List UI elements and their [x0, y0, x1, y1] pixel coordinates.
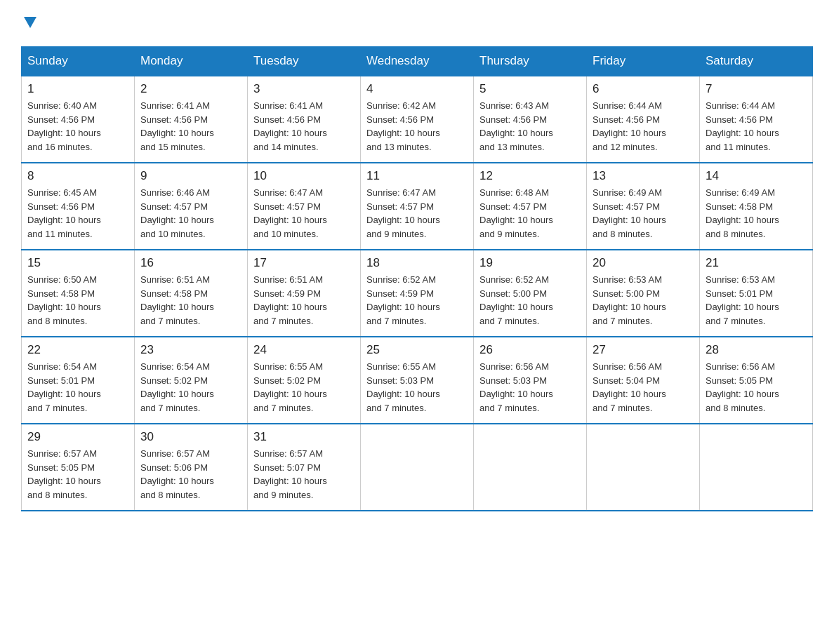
calendar-cell: 3 Sunrise: 6:41 AM Sunset: 4:56 PM Dayli…	[248, 76, 361, 163]
weekday-header-wednesday: Wednesday	[361, 47, 474, 76]
day-info: Sunrise: 6:57 AM Sunset: 5:07 PM Dayligh…	[253, 447, 355, 502]
day-number: 31	[253, 430, 355, 444]
day-info: Sunrise: 6:53 AM Sunset: 5:01 PM Dayligh…	[706, 273, 807, 328]
calendar-week-row: 29 Sunrise: 6:57 AM Sunset: 5:05 PM Dayl…	[22, 424, 813, 511]
day-number: 7	[706, 82, 807, 96]
svg-marker-0	[24, 17, 37, 28]
day-number: 15	[27, 256, 128, 270]
day-info: Sunrise: 6:57 AM Sunset: 5:05 PM Dayligh…	[27, 447, 128, 502]
day-info: Sunrise: 6:48 AM Sunset: 4:57 PM Dayligh…	[479, 186, 581, 241]
day-number: 21	[706, 256, 807, 270]
calendar-cell: 16 Sunrise: 6:51 AM Sunset: 4:58 PM Dayl…	[135, 250, 248, 337]
calendar-cell: 28 Sunrise: 6:56 AM Sunset: 5:05 PM Dayl…	[700, 337, 813, 424]
day-info: Sunrise: 6:56 AM Sunset: 5:04 PM Dayligh…	[593, 360, 694, 415]
calendar-cell: 10 Sunrise: 6:47 AM Sunset: 4:57 PM Dayl…	[248, 163, 361, 250]
page-header	[21, 14, 813, 32]
day-number: 12	[479, 169, 581, 183]
calendar-table: SundayMondayTuesdayWednesdayThursdayFrid…	[21, 46, 813, 511]
day-number: 3	[253, 82, 355, 96]
day-number: 4	[366, 82, 468, 96]
calendar-cell	[587, 424, 700, 511]
day-number: 1	[27, 82, 128, 96]
calendar-cell: 6 Sunrise: 6:44 AM Sunset: 4:56 PM Dayli…	[587, 76, 700, 163]
calendar-cell: 22 Sunrise: 6:54 AM Sunset: 5:01 PM Dayl…	[22, 337, 135, 424]
day-info: Sunrise: 6:53 AM Sunset: 5:00 PM Dayligh…	[593, 273, 694, 328]
day-number: 24	[253, 343, 355, 357]
calendar-cell: 15 Sunrise: 6:50 AM Sunset: 4:58 PM Dayl…	[22, 250, 135, 337]
calendar-cell: 2 Sunrise: 6:41 AM Sunset: 4:56 PM Dayli…	[135, 76, 248, 163]
day-info: Sunrise: 6:54 AM Sunset: 5:01 PM Dayligh…	[27, 360, 128, 415]
weekday-header-tuesday: Tuesday	[248, 47, 361, 76]
calendar-cell	[700, 424, 813, 511]
calendar-cell: 21 Sunrise: 6:53 AM Sunset: 5:01 PM Dayl…	[700, 250, 813, 337]
day-info: Sunrise: 6:57 AM Sunset: 5:06 PM Dayligh…	[140, 447, 241, 502]
logo-arrow-icon	[22, 14, 38, 29]
day-number: 26	[479, 343, 581, 357]
calendar-cell: 7 Sunrise: 6:44 AM Sunset: 4:56 PM Dayli…	[700, 76, 813, 163]
calendar-cell: 4 Sunrise: 6:42 AM Sunset: 4:56 PM Dayli…	[361, 76, 474, 163]
day-info: Sunrise: 6:50 AM Sunset: 4:58 PM Dayligh…	[27, 273, 128, 328]
day-info: Sunrise: 6:52 AM Sunset: 5:00 PM Dayligh…	[479, 273, 581, 328]
day-info: Sunrise: 6:51 AM Sunset: 4:59 PM Dayligh…	[253, 273, 355, 328]
calendar-cell: 29 Sunrise: 6:57 AM Sunset: 5:05 PM Dayl…	[22, 424, 135, 511]
day-info: Sunrise: 6:41 AM Sunset: 4:56 PM Dayligh…	[253, 99, 355, 154]
day-number: 13	[593, 169, 694, 183]
calendar-cell	[361, 424, 474, 511]
calendar-week-row: 22 Sunrise: 6:54 AM Sunset: 5:01 PM Dayl…	[22, 337, 813, 424]
calendar-cell: 19 Sunrise: 6:52 AM Sunset: 5:00 PM Dayl…	[474, 250, 587, 337]
day-info: Sunrise: 6:55 AM Sunset: 5:02 PM Dayligh…	[253, 360, 355, 415]
weekday-header-sunday: Sunday	[22, 47, 135, 76]
calendar-cell: 30 Sunrise: 6:57 AM Sunset: 5:06 PM Dayl…	[135, 424, 248, 511]
day-info: Sunrise: 6:46 AM Sunset: 4:57 PM Dayligh…	[140, 186, 241, 241]
day-number: 25	[366, 343, 468, 357]
day-info: Sunrise: 6:43 AM Sunset: 4:56 PM Dayligh…	[479, 99, 581, 154]
day-info: Sunrise: 6:45 AM Sunset: 4:56 PM Dayligh…	[27, 186, 128, 241]
day-number: 17	[253, 256, 355, 270]
calendar-cell: 27 Sunrise: 6:56 AM Sunset: 5:04 PM Dayl…	[587, 337, 700, 424]
logo	[21, 14, 38, 32]
day-info: Sunrise: 6:44 AM Sunset: 4:56 PM Dayligh…	[593, 99, 694, 154]
calendar-cell: 14 Sunrise: 6:49 AM Sunset: 4:58 PM Dayl…	[700, 163, 813, 250]
weekday-header-thursday: Thursday	[474, 47, 587, 76]
day-number: 2	[140, 82, 241, 96]
day-info: Sunrise: 6:54 AM Sunset: 5:02 PM Dayligh…	[140, 360, 241, 415]
weekday-header-friday: Friday	[587, 47, 700, 76]
calendar-cell: 31 Sunrise: 6:57 AM Sunset: 5:07 PM Dayl…	[248, 424, 361, 511]
weekday-header-saturday: Saturday	[700, 47, 813, 76]
day-info: Sunrise: 6:41 AM Sunset: 4:56 PM Dayligh…	[140, 99, 241, 154]
calendar-week-row: 15 Sunrise: 6:50 AM Sunset: 4:58 PM Dayl…	[22, 250, 813, 337]
calendar-cell	[474, 424, 587, 511]
day-number: 23	[140, 343, 241, 357]
calendar-cell: 13 Sunrise: 6:49 AM Sunset: 4:57 PM Dayl…	[587, 163, 700, 250]
day-number: 8	[27, 169, 128, 183]
day-info: Sunrise: 6:42 AM Sunset: 4:56 PM Dayligh…	[366, 99, 468, 154]
day-number: 22	[27, 343, 128, 357]
day-info: Sunrise: 6:55 AM Sunset: 5:03 PM Dayligh…	[366, 360, 468, 415]
day-info: Sunrise: 6:51 AM Sunset: 4:58 PM Dayligh…	[140, 273, 241, 328]
day-number: 20	[593, 256, 694, 270]
day-info: Sunrise: 6:47 AM Sunset: 4:57 PM Dayligh…	[366, 186, 468, 241]
day-info: Sunrise: 6:56 AM Sunset: 5:05 PM Dayligh…	[706, 360, 807, 415]
calendar-cell: 25 Sunrise: 6:55 AM Sunset: 5:03 PM Dayl…	[361, 337, 474, 424]
calendar-cell: 18 Sunrise: 6:52 AM Sunset: 4:59 PM Dayl…	[361, 250, 474, 337]
day-info: Sunrise: 6:44 AM Sunset: 4:56 PM Dayligh…	[706, 99, 807, 154]
day-info: Sunrise: 6:47 AM Sunset: 4:57 PM Dayligh…	[253, 186, 355, 241]
day-info: Sunrise: 6:49 AM Sunset: 4:57 PM Dayligh…	[593, 186, 694, 241]
calendar-cell: 20 Sunrise: 6:53 AM Sunset: 5:00 PM Dayl…	[587, 250, 700, 337]
calendar-cell: 9 Sunrise: 6:46 AM Sunset: 4:57 PM Dayli…	[135, 163, 248, 250]
calendar-week-row: 8 Sunrise: 6:45 AM Sunset: 4:56 PM Dayli…	[22, 163, 813, 250]
day-info: Sunrise: 6:49 AM Sunset: 4:58 PM Dayligh…	[706, 186, 807, 241]
day-number: 14	[706, 169, 807, 183]
calendar-cell: 12 Sunrise: 6:48 AM Sunset: 4:57 PM Dayl…	[474, 163, 587, 250]
day-number: 11	[366, 169, 468, 183]
day-number: 28	[706, 343, 807, 357]
day-info: Sunrise: 6:56 AM Sunset: 5:03 PM Dayligh…	[479, 360, 581, 415]
day-number: 30	[140, 430, 241, 444]
weekday-header-monday: Monday	[135, 47, 248, 76]
day-number: 16	[140, 256, 241, 270]
calendar-cell: 11 Sunrise: 6:47 AM Sunset: 4:57 PM Dayl…	[361, 163, 474, 250]
day-info: Sunrise: 6:40 AM Sunset: 4:56 PM Dayligh…	[27, 99, 128, 154]
calendar-cell: 8 Sunrise: 6:45 AM Sunset: 4:56 PM Dayli…	[22, 163, 135, 250]
calendar-cell: 26 Sunrise: 6:56 AM Sunset: 5:03 PM Dayl…	[474, 337, 587, 424]
day-number: 10	[253, 169, 355, 183]
